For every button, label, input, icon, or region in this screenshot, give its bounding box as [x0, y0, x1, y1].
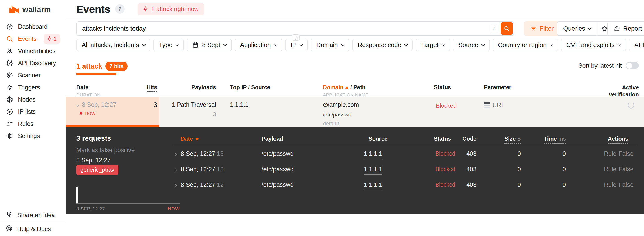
help-and-docs[interactable]: Help & Docs	[0, 222, 66, 236]
domain-sort-label[interactable]: Domain	[323, 84, 344, 90]
request-action-rule[interactable]: Rule	[604, 181, 616, 188]
column-domain-path: Domain/ Path APPLICATION NAME	[323, 84, 369, 98]
request-row[interactable]: 8 Sep, 12:27:13 /etc/passwd 1.1.1.1 Bloc…	[66, 146, 644, 162]
request-action-false[interactable]: False	[619, 166, 634, 173]
sidebar-item-label: API Discovery	[18, 60, 56, 67]
column-active-verification: Active verification	[594, 84, 639, 98]
search-button[interactable]	[501, 23, 513, 35]
sidebar: wallarm Dashboard Events 1	[0, 0, 66, 236]
attack-alert-badge[interactable]: 1 attack right now	[138, 3, 204, 15]
attack-hits: 3	[122, 101, 157, 109]
request-source-ip[interactable]: 1.1.1.1	[364, 150, 382, 159]
footer-item-label: Help & Docs	[17, 226, 51, 233]
attack-row[interactable]: 8 Sep, 12:27 now 3 1 Path Traversal 3 1.…	[66, 97, 644, 127]
page-title: Events	[76, 3, 110, 15]
request-size: 0	[487, 181, 521, 188]
brand-name: wallarm	[22, 6, 51, 14]
tab-attacks[interactable]: 1 attack 7 hits	[76, 62, 128, 71]
request-source-ip[interactable]: 1.1.1.1	[364, 166, 382, 175]
filter-chip-cve[interactable]: CVE and exploits	[561, 39, 626, 51]
lifebuoy-icon	[6, 225, 12, 233]
detail-column-status: Status	[434, 136, 451, 142]
export-icon	[614, 25, 620, 32]
request-size: 0	[487, 166, 521, 173]
request-time: 0	[532, 150, 566, 157]
detail-column-actions[interactable]: Actions	[583, 136, 628, 142]
sidebar-item-rules[interactable]: Rules	[0, 118, 66, 130]
live-dot-icon	[80, 112, 82, 115]
filter-chip-attacks-incidents[interactable]: All attacks, Incidents	[76, 39, 150, 51]
sidebar-item-label: Vulnerabilities	[18, 48, 56, 55]
collapse-chevron-icon[interactable]	[76, 103, 80, 107]
sidebar-item-nodes[interactable]: Nodes	[0, 94, 66, 106]
lightning-icon	[143, 6, 148, 12]
help-icon[interactable]: ?	[115, 4, 124, 14]
requests-count: 3 requests	[76, 134, 111, 142]
search-icon	[6, 36, 14, 42]
expand-chevron-icon[interactable]	[174, 166, 176, 173]
expand-chevron-icon[interactable]	[174, 181, 176, 188]
column-status: Status	[434, 84, 451, 91]
filter-chip-domain[interactable]: Domain	[311, 39, 349, 51]
sort-toggle[interactable]	[626, 62, 639, 69]
queries-button[interactable]: Queries	[557, 21, 597, 36]
search-input[interactable]	[77, 25, 490, 32]
braces-check-icon	[6, 60, 14, 67]
detail-column-size[interactable]: Size B	[487, 136, 521, 142]
request-action-rule[interactable]: Rule	[604, 150, 616, 157]
filter-chip-source[interactable]: Source	[453, 39, 490, 51]
attack-top-ip[interactable]: 1.1.1.1	[230, 101, 248, 108]
sidebar-item-settings[interactable]: Settings	[0, 130, 66, 142]
sidebar-item-dashboard[interactable]: Dashboard	[0, 21, 66, 33]
request-action-rule[interactable]: Rule	[604, 166, 616, 173]
request-code: 403	[450, 166, 476, 173]
wallarm-logo[interactable]: wallarm	[0, 0, 66, 19]
sidebar-item-scanner[interactable]: Scanner	[0, 69, 66, 81]
sidebar-item-triggers[interactable]: Triggers	[0, 81, 66, 94]
sidebar-item-events[interactable]: Events 1	[0, 33, 66, 45]
request-date: 8 Sep, 12:27:13	[181, 150, 224, 157]
filter-chip-type[interactable]: Type	[153, 39, 184, 51]
filter-chip-country[interactable]: Country or region	[493, 39, 558, 51]
sort-control: Sort by latest hit	[578, 62, 639, 69]
search-box: /	[76, 21, 514, 36]
search-expand-handle[interactable]	[292, 34, 300, 41]
detail-column-date[interactable]: Date	[181, 136, 199, 142]
sidebar-item-label: Triggers	[18, 84, 40, 91]
attack-date: 8 Sep, 12:27	[76, 101, 116, 108]
expand-chevron-icon[interactable]	[174, 150, 176, 157]
request-source-ip[interactable]: 1.1.1.1	[364, 181, 382, 190]
sidebar-item-label: Dashboard	[18, 23, 48, 30]
bulb-icon	[6, 211, 12, 219]
filter-chip-application[interactable]: Application	[235, 39, 282, 51]
filter-chip-response-code[interactable]: Response code	[352, 39, 413, 51]
request-action-false[interactable]: False	[619, 181, 634, 188]
request-row[interactable]: 8 Sep, 12:27:12 /etc/passwd 1.1.1.1 Bloc…	[66, 177, 644, 193]
request-action-false[interactable]: False	[619, 150, 634, 157]
timeline-now-label: NOW	[135, 206, 180, 211]
chevron-down-icon	[442, 43, 445, 46]
column-hits[interactable]: Hits	[122, 84, 157, 91]
request-date: 8 Sep, 12:27:13	[181, 166, 224, 173]
sidebar-nav: Dashboard Events 1 Vulnerabilities	[0, 19, 66, 142]
timeline-start-label: 8 SEP, 12:27	[76, 206, 105, 211]
chevron-down-icon	[618, 43, 621, 46]
sidebar-item-label: Scanner	[18, 72, 41, 79]
report-button[interactable]: Report	[608, 21, 644, 36]
wallarm-logo-icon	[9, 6, 19, 14]
filter-chip-date[interactable]: 8 Sept	[187, 39, 232, 51]
sidebar-item-ip-lists[interactable]: IP IP lists	[0, 106, 66, 118]
detail-column-time[interactable]: Time ms	[532, 136, 566, 142]
share-an-idea[interactable]: Share an idea	[0, 208, 66, 222]
filter-button[interactable]: Filter	[524, 21, 560, 36]
lightning-icon	[47, 36, 52, 42]
chevron-down-icon	[550, 43, 553, 46]
parameter-list-icon	[484, 102, 490, 108]
request-row[interactable]: 8 Sep, 12:27:13 /etc/passwd 1.1.1.1 Bloc…	[66, 162, 644, 177]
active-verification-spinner-icon[interactable]	[628, 102, 634, 109]
cube-icon	[6, 96, 14, 103]
sidebar-item-vulnerabilities[interactable]: Vulnerabilities	[0, 45, 66, 57]
filter-chip-api-protocols[interactable]: API protocols	[629, 39, 644, 51]
sidebar-item-api-discovery[interactable]: API Discovery	[0, 57, 66, 69]
filter-chip-target[interactable]: Target	[416, 39, 450, 51]
